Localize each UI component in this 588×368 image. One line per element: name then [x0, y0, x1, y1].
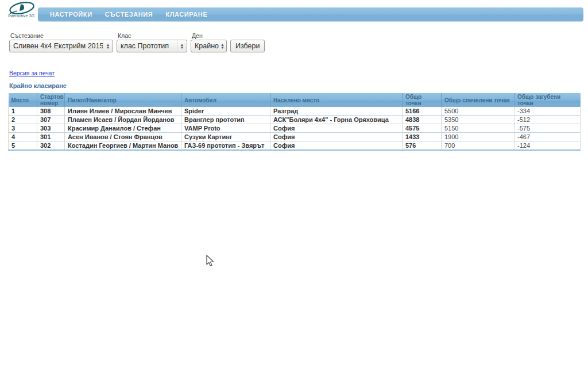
column-header-total-points: Общо точки	[403, 93, 442, 107]
cell-start-number: 307	[37, 116, 65, 124]
class-select-value: клас Прототип	[117, 42, 177, 50]
cell-total-points: 4838	[403, 116, 442, 124]
cell-points-lost: -575	[514, 124, 581, 133]
cell-start-number: 302	[37, 141, 65, 151]
day-select-value: Крайно	[191, 42, 219, 50]
page: Interactive 3G НАСТРОЙКИ СЪСТЕЗАНИЯ КЛАС…	[0, 0, 588, 368]
ranking-table-container: МястоСтартов номерПилот/НавигаторАвтомоб…	[8, 93, 580, 151]
table-row: 4301Асен Иванов / Стоян ФранцовСузуки Ка…	[9, 133, 581, 141]
cell-car: ГАЗ-69 прототип - Звярът	[181, 141, 270, 151]
cell-town: АСК"Боляри 4x4" - Горна Оряховица	[270, 116, 403, 124]
top-navbar: НАСТРОЙКИ СЪСТЕЗАНИЯ КЛАСИРАНЕ	[38, 7, 583, 21]
column-header-place: Място	[9, 93, 37, 107]
cell-car: Сузуки Картинг	[181, 133, 270, 141]
mouse-cursor-icon	[204, 254, 215, 270]
table-row: 1308Илиян Илиев / Мирослав МинчевSpiderР…	[9, 107, 581, 116]
cell-place: 1	[9, 107, 37, 116]
cell-pilot-navigator: Илиян Илиев / Мирослав Минчев	[65, 107, 181, 116]
cell-pilot-navigator: Пламен Исаев / Йордан Йорданов	[65, 116, 181, 124]
table-row: 2307Пламен Исаев / Йордан ЙордановВрангл…	[9, 116, 581, 124]
page-title: Крайно класиране	[9, 82, 67, 89]
nav-item-rankings[interactable]: КЛАСИРАНЕ	[159, 11, 214, 18]
column-header-points-won: Общо спечелени точки	[442, 93, 514, 107]
cell-points-lost: -467	[514, 133, 581, 141]
nav-item-competitions[interactable]: СЪСТЕЗАНИЯ	[99, 11, 160, 18]
select-submit-button[interactable]: Избери	[230, 40, 265, 52]
select-stepper-icon: ▲▼	[177, 40, 187, 52]
cell-points-lost: -512	[514, 116, 581, 124]
day-select[interactable]: Крайно ▲▼	[191, 40, 227, 52]
cell-total-points: 4575	[403, 124, 442, 133]
competition-label: Състезание	[10, 32, 44, 39]
cell-start-number: 301	[37, 133, 65, 141]
cell-car: VAMP Proto	[181, 124, 270, 133]
cell-pilot-navigator: Костадин Георгиев / Мартин Манов	[65, 141, 181, 151]
brand-logo-icon: Interactive 3G	[5, 1, 37, 20]
nav-item-settings[interactable]: НАСТРОЙКИ	[44, 11, 99, 18]
cell-car: Вранглер прототип	[181, 116, 270, 124]
brand-logo-text: Interactive 3G	[8, 14, 34, 18]
ranking-table: МястоСтартов номерПилот/НавигаторАвтомоб…	[8, 93, 581, 151]
select-stepper-icon: ▲▼	[103, 40, 113, 52]
competition-select[interactable]: Сливен 4x4 Екстрийм 2015 ▲▼	[9, 40, 113, 52]
table-row: 3303Красимир Данаилов / СтефанVAMP Proto…	[9, 124, 581, 133]
day-label: Ден	[192, 32, 203, 39]
cell-town: София	[270, 124, 403, 133]
cell-total-points: 1433	[403, 133, 442, 141]
column-header-car: Автомобил	[181, 93, 270, 107]
cell-total-points: 5166	[403, 107, 442, 116]
cell-town: София	[270, 141, 403, 151]
table-header: МястоСтартов номерПилот/НавигаторАвтомоб…	[9, 93, 581, 107]
cell-town: Разград	[270, 107, 403, 116]
cell-points-won: 5500	[442, 107, 514, 116]
column-header-town: Населено място	[270, 93, 403, 107]
cell-town: София	[270, 133, 403, 141]
cell-points-won: 700	[442, 141, 514, 151]
cell-points-lost: -124	[514, 141, 581, 151]
class-label: Клас	[118, 32, 131, 39]
cell-place: 3	[9, 124, 37, 133]
cell-points-won: 5150	[442, 124, 514, 133]
competition-select-value: Сливен 4x4 Екстрийм 2015	[10, 42, 103, 50]
cell-place: 4	[9, 133, 37, 141]
cell-points-won: 5350	[442, 116, 514, 124]
column-header-points-lost: Общо загубени точки	[514, 93, 581, 107]
cell-car: Spider	[181, 107, 270, 116]
cell-pilot-navigator: Асен Иванов / Стоян Францов	[65, 133, 181, 141]
cell-points-lost: -334	[514, 107, 581, 116]
cell-start-number: 303	[37, 124, 65, 133]
cell-pilot-navigator: Красимир Данаилов / Стефан	[65, 124, 181, 133]
select-stepper-icon: ▲▼	[219, 40, 226, 52]
class-select[interactable]: клас Прототип ▲▼	[117, 40, 187, 52]
column-header-start-number: Стартов номер	[37, 93, 65, 107]
cell-start-number: 308	[37, 107, 65, 116]
table-row: 5302Костадин Георгиев / Мартин МановГАЗ-…	[9, 141, 581, 151]
cell-place: 5	[9, 141, 37, 151]
print-version-link[interactable]: Версия за печат	[9, 70, 55, 76]
cell-points-won: 1900	[442, 133, 514, 141]
column-header-pilot-navigator: Пилот/Навигатор	[65, 93, 181, 107]
cell-total-points: 576	[403, 141, 442, 151]
cell-place: 2	[9, 116, 37, 124]
